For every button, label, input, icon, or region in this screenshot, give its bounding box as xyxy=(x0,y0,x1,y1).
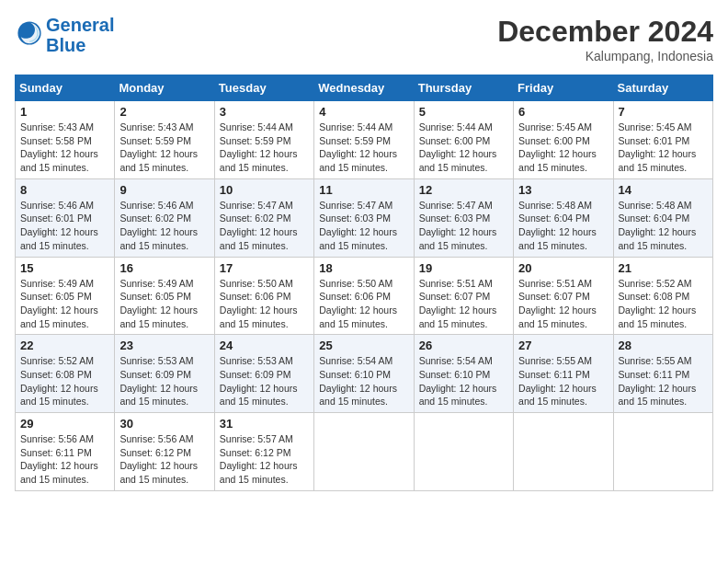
calendar-cell xyxy=(414,413,513,491)
calendar-cell xyxy=(514,413,613,491)
day-number: 31 xyxy=(220,417,309,431)
day-info: Sunrise: 5:44 AMSunset: 6:00 PMDaylight:… xyxy=(419,121,508,175)
calendar-cell: 20Sunrise: 5:51 AMSunset: 6:07 PMDayligh… xyxy=(514,257,613,335)
logo-blue: Blue xyxy=(46,35,114,55)
location: Kalumpang, Indonesia xyxy=(497,49,713,63)
header-friday: Friday xyxy=(514,75,613,101)
calendar-cell xyxy=(314,413,414,491)
day-number: 18 xyxy=(319,261,408,275)
day-info: Sunrise: 5:46 AMSunset: 6:01 PMDaylight:… xyxy=(20,199,109,253)
day-number: 13 xyxy=(518,183,608,197)
page-header: General Blue December 2024 Kalumpang, In… xyxy=(15,15,713,63)
logo-general: General xyxy=(46,15,114,35)
day-info: Sunrise: 5:48 AMSunset: 6:04 PMDaylight:… xyxy=(619,199,708,253)
day-number: 20 xyxy=(518,261,608,275)
calendar-week-2: 8Sunrise: 5:46 AMSunset: 6:01 PMDaylight… xyxy=(16,178,713,257)
title-block: December 2024 Kalumpang, Indonesia xyxy=(497,15,713,63)
day-number: 22 xyxy=(20,339,109,352)
day-info: Sunrise: 5:50 AMSunset: 6:06 PMDaylight:… xyxy=(319,277,408,331)
day-info: Sunrise: 5:44 AMSunset: 5:59 PMDaylight:… xyxy=(220,121,309,175)
calendar-cell: 21Sunrise: 5:52 AMSunset: 6:08 PMDayligh… xyxy=(613,257,712,335)
calendar-cell: 30Sunrise: 5:56 AMSunset: 6:12 PMDayligh… xyxy=(115,413,214,491)
day-info: Sunrise: 5:56 AMSunset: 6:12 PMDaylight:… xyxy=(119,432,209,487)
calendar-cell: 8Sunrise: 5:46 AMSunset: 6:01 PMDaylight… xyxy=(16,178,115,257)
day-number: 14 xyxy=(619,183,708,197)
day-number: 3 xyxy=(220,105,309,119)
day-info: Sunrise: 5:53 AMSunset: 6:09 PMDaylight:… xyxy=(220,354,309,408)
day-info: Sunrise: 5:44 AMSunset: 5:59 PMDaylight:… xyxy=(319,121,408,175)
day-number: 26 xyxy=(419,339,508,352)
calendar-cell: 15Sunrise: 5:49 AMSunset: 6:05 PMDayligh… xyxy=(16,257,115,335)
calendar-cell: 17Sunrise: 5:50 AMSunset: 6:06 PMDayligh… xyxy=(214,257,313,335)
day-number: 8 xyxy=(20,183,109,197)
calendar-cell: 26Sunrise: 5:54 AMSunset: 6:10 PMDayligh… xyxy=(414,335,513,413)
calendar-cell xyxy=(613,413,712,491)
day-info: Sunrise: 5:45 AMSunset: 6:00 PMDaylight:… xyxy=(518,121,608,175)
month-title: December 2024 xyxy=(497,15,713,49)
day-number: 6 xyxy=(518,105,608,119)
day-number: 15 xyxy=(20,261,109,275)
calendar-cell: 28Sunrise: 5:55 AMSunset: 6:11 PMDayligh… xyxy=(613,335,712,413)
day-number: 5 xyxy=(419,105,508,119)
day-info: Sunrise: 5:49 AMSunset: 6:05 PMDaylight:… xyxy=(20,277,109,331)
day-info: Sunrise: 5:52 AMSunset: 6:08 PMDaylight:… xyxy=(20,354,109,408)
day-info: Sunrise: 5:47 AMSunset: 6:03 PMDaylight:… xyxy=(319,199,408,253)
day-info: Sunrise: 5:55 AMSunset: 6:11 PMDaylight:… xyxy=(518,354,608,408)
day-number: 10 xyxy=(220,183,309,197)
header-thursday: Thursday xyxy=(414,75,513,101)
calendar-cell: 4Sunrise: 5:44 AMSunset: 5:59 PMDaylight… xyxy=(314,101,414,179)
day-info: Sunrise: 5:43 AMSunset: 5:59 PMDaylight:… xyxy=(119,121,209,175)
day-number: 17 xyxy=(220,261,309,275)
calendar-week-5: 29Sunrise: 5:56 AMSunset: 6:11 PMDayligh… xyxy=(16,413,713,491)
day-number: 29 xyxy=(20,417,109,431)
calendar-header-row: SundayMondayTuesdayWednesdayThursdayFrid… xyxy=(16,75,713,101)
calendar-cell: 23Sunrise: 5:53 AMSunset: 6:09 PMDayligh… xyxy=(115,335,214,413)
day-number: 12 xyxy=(419,183,508,197)
calendar-cell: 18Sunrise: 5:50 AMSunset: 6:06 PMDayligh… xyxy=(314,257,414,335)
calendar-week-3: 15Sunrise: 5:49 AMSunset: 6:05 PMDayligh… xyxy=(16,257,713,335)
calendar-cell: 27Sunrise: 5:55 AMSunset: 6:11 PMDayligh… xyxy=(514,335,613,413)
calendar-cell: 16Sunrise: 5:49 AMSunset: 6:05 PMDayligh… xyxy=(115,257,214,335)
calendar-cell: 22Sunrise: 5:52 AMSunset: 6:08 PMDayligh… xyxy=(16,335,115,413)
day-info: Sunrise: 5:52 AMSunset: 6:08 PMDaylight:… xyxy=(619,277,708,331)
day-info: Sunrise: 5:54 AMSunset: 6:10 PMDaylight:… xyxy=(319,354,408,408)
header-sunday: Sunday xyxy=(16,75,115,101)
calendar-cell: 29Sunrise: 5:56 AMSunset: 6:11 PMDayligh… xyxy=(16,413,115,491)
day-info: Sunrise: 5:47 AMSunset: 6:03 PMDaylight:… xyxy=(419,199,508,253)
calendar-cell: 13Sunrise: 5:48 AMSunset: 6:04 PMDayligh… xyxy=(514,178,613,257)
calendar-cell: 14Sunrise: 5:48 AMSunset: 6:04 PMDayligh… xyxy=(613,178,712,257)
day-number: 11 xyxy=(319,183,408,197)
calendar-cell: 12Sunrise: 5:47 AMSunset: 6:03 PMDayligh… xyxy=(414,178,513,257)
day-number: 24 xyxy=(220,339,309,352)
day-info: Sunrise: 5:53 AMSunset: 6:09 PMDaylight:… xyxy=(119,354,209,408)
day-number: 25 xyxy=(319,339,408,352)
day-number: 7 xyxy=(619,105,708,119)
header-monday: Monday xyxy=(115,75,214,101)
day-number: 2 xyxy=(119,105,209,119)
day-info: Sunrise: 5:43 AMSunset: 5:58 PMDaylight:… xyxy=(20,121,109,175)
calendar-cell: 1Sunrise: 5:43 AMSunset: 5:58 PMDaylight… xyxy=(16,101,115,179)
calendar-cell: 25Sunrise: 5:54 AMSunset: 6:10 PMDayligh… xyxy=(314,335,414,413)
day-number: 4 xyxy=(319,105,408,119)
calendar-cell: 2Sunrise: 5:43 AMSunset: 5:59 PMDaylight… xyxy=(115,101,214,179)
calendar-cell: 7Sunrise: 5:45 AMSunset: 6:01 PMDaylight… xyxy=(613,101,712,179)
day-info: Sunrise: 5:48 AMSunset: 6:04 PMDaylight:… xyxy=(518,199,608,253)
calendar-cell: 5Sunrise: 5:44 AMSunset: 6:00 PMDaylight… xyxy=(414,101,513,179)
day-info: Sunrise: 5:54 AMSunset: 6:10 PMDaylight:… xyxy=(419,354,508,408)
day-info: Sunrise: 5:51 AMSunset: 6:07 PMDaylight:… xyxy=(419,277,508,331)
day-number: 23 xyxy=(119,339,209,352)
day-number: 21 xyxy=(619,261,708,275)
calendar-cell: 3Sunrise: 5:44 AMSunset: 5:59 PMDaylight… xyxy=(214,101,313,179)
day-number: 19 xyxy=(419,261,508,275)
logo-icon xyxy=(17,20,42,46)
day-info: Sunrise: 5:56 AMSunset: 6:11 PMDaylight:… xyxy=(20,432,109,487)
logo: General Blue xyxy=(15,15,114,55)
day-info: Sunrise: 5:45 AMSunset: 6:01 PMDaylight:… xyxy=(619,121,708,175)
calendar-cell: 19Sunrise: 5:51 AMSunset: 6:07 PMDayligh… xyxy=(414,257,513,335)
calendar-cell: 9Sunrise: 5:46 AMSunset: 6:02 PMDaylight… xyxy=(115,178,214,257)
calendar-week-1: 1Sunrise: 5:43 AMSunset: 5:58 PMDaylight… xyxy=(16,101,713,179)
day-info: Sunrise: 5:57 AMSunset: 6:12 PMDaylight:… xyxy=(220,432,309,487)
day-number: 9 xyxy=(119,183,209,197)
day-info: Sunrise: 5:50 AMSunset: 6:06 PMDaylight:… xyxy=(220,277,309,331)
day-info: Sunrise: 5:49 AMSunset: 6:05 PMDaylight:… xyxy=(119,277,209,331)
